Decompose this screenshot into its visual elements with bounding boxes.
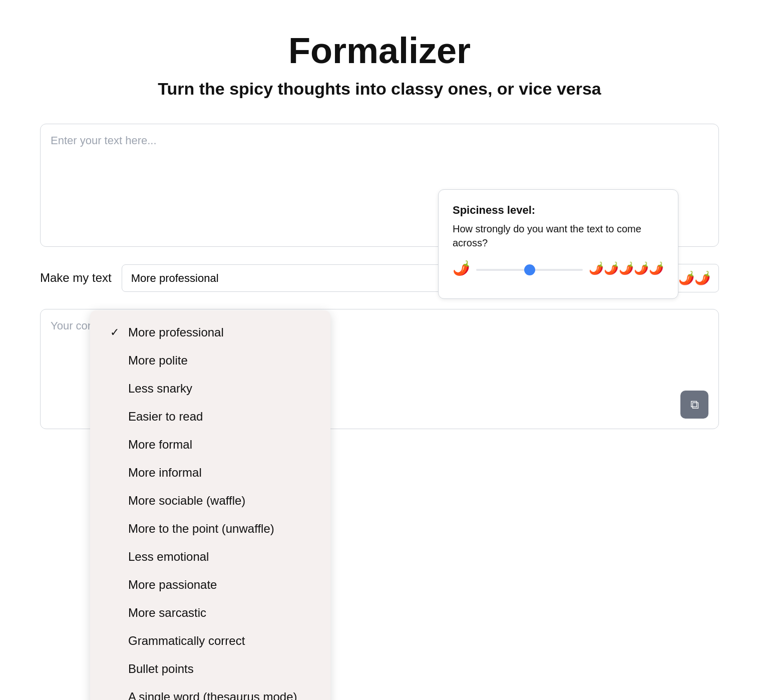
dropdown-item-label: More to the point (unwaffle) xyxy=(128,522,274,536)
make-text-label: Make my text xyxy=(40,271,112,285)
chili-right-icon: 🌶️🌶️🌶️🌶️🌶️ xyxy=(589,261,664,275)
dropdown-item-label: More formal xyxy=(128,438,192,452)
chili-left-icon: 🌶️ xyxy=(453,260,470,276)
dropdown-item-label: More professional xyxy=(128,325,224,339)
dropdown-item[interactable]: More informal xyxy=(90,459,330,487)
slider-container xyxy=(476,264,583,273)
dropdown-item[interactable]: Grammatically correct xyxy=(90,627,330,655)
dropdown-item[interactable]: More sociable (waffle) xyxy=(90,487,330,515)
copy-icon: ⧉ xyxy=(690,398,699,412)
spiciness-slider[interactable] xyxy=(476,269,583,271)
dropdown-item-label: More sociable (waffle) xyxy=(128,494,245,508)
dropdown-item-label: More polite xyxy=(128,354,188,368)
spiciness-title: Spiciness level: xyxy=(453,204,664,217)
header: Formalizer Turn the spicy thoughts into … xyxy=(40,30,719,99)
spiciness-popup: Spiciness level: How strongly do you wan… xyxy=(438,189,678,299)
dropdown-item[interactable]: Easier to read xyxy=(90,403,330,431)
dropdown-item[interactable]: More formal xyxy=(90,431,330,459)
dropdown-item-label: Easier to read xyxy=(128,410,203,424)
checkmark-icon: ✓ xyxy=(110,326,122,339)
dropdown-item-label: More sarcastic xyxy=(128,606,206,620)
app-subtitle: Turn the spicy thoughts into classy ones… xyxy=(40,79,719,99)
spiciness-row: 🌶️ 🌶️🌶️🌶️🌶️🌶️ xyxy=(453,260,664,276)
dropdown-item-label: Less emotional xyxy=(128,550,209,564)
dropdown-item-label: More informal xyxy=(128,466,202,480)
dropdown-item-label: Less snarky xyxy=(128,382,192,396)
dropdown-item-label: More passionate xyxy=(128,578,217,592)
app-title: Formalizer xyxy=(40,30,719,71)
dropdown-item[interactable]: A single word (thesaurus mode) xyxy=(90,683,330,700)
dropdown-item[interactable]: Bullet points xyxy=(90,655,330,683)
style-dropdown: ✓More professionalMore politeLess snarky… xyxy=(90,310,330,700)
dropdown-item[interactable]: More sarcastic xyxy=(90,599,330,627)
dropdown-item[interactable]: More polite xyxy=(90,346,330,375)
dropdown-item-label: A single word (thesaurus mode) xyxy=(128,690,297,700)
dropdown-item[interactable]: Less emotional xyxy=(90,543,330,571)
dropdown-item[interactable]: More to the point (unwaffle) xyxy=(90,515,330,543)
copy-button[interactable]: ⧉ xyxy=(680,391,708,419)
dropdown-item[interactable]: ✓More professional xyxy=(90,318,330,346)
spiciness-description: How strongly do you want the text to com… xyxy=(453,222,664,250)
input-section: Spiciness level: How strongly do you wan… xyxy=(40,124,719,247)
dropdown-item-label: Bullet points xyxy=(128,662,194,676)
dropdown-item[interactable]: More passionate xyxy=(90,571,330,599)
dropdown-item-label: Grammatically correct xyxy=(128,634,245,648)
dropdown-item[interactable]: Less snarky xyxy=(90,375,330,403)
